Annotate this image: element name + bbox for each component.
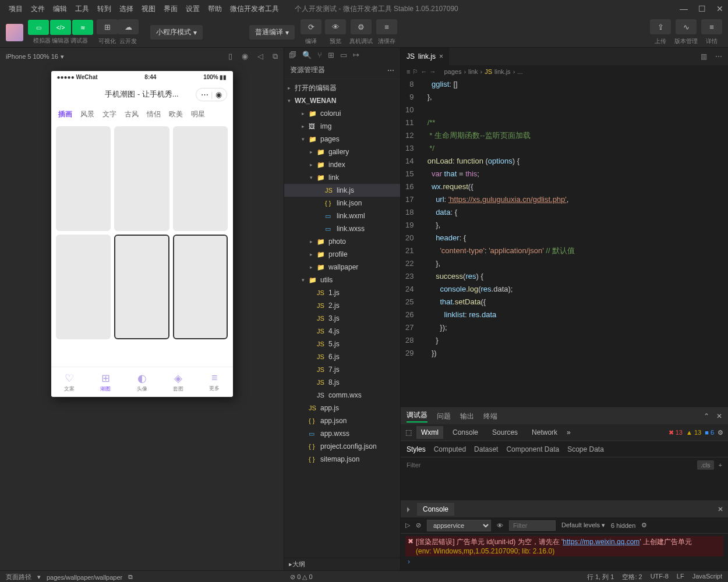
nav-item[interactable]: ◈套图 <box>160 367 196 397</box>
wallpaper-thumb[interactable] <box>56 235 111 339</box>
search-icon[interactable]: 🔍 <box>302 51 312 59</box>
tree-item[interactable]: JS6.js <box>284 350 400 363</box>
filter-input[interactable] <box>407 462 697 469</box>
back-icon[interactable]: ← <box>420 68 427 75</box>
tree-item[interactable]: ▸📁photo <box>284 235 400 248</box>
console-title[interactable]: Console <box>417 503 454 516</box>
tree-item[interactable]: ▾📁utils <box>284 274 400 286</box>
visual-button[interactable]: ⊞ <box>97 19 118 34</box>
wallpaper-thumb[interactable] <box>56 126 111 231</box>
wxml-tab[interactable]: Wxml <box>416 426 443 439</box>
gear-icon[interactable]: ⚙ <box>641 521 647 529</box>
ban-icon[interactable]: ⊘ <box>416 521 421 529</box>
tree-item[interactable]: JS7.js <box>284 363 400 376</box>
menu-item[interactable]: 文件 <box>27 5 49 13</box>
sources-tab[interactable]: Sources <box>487 426 522 439</box>
nav-item[interactable]: ⊞潮图 <box>87 367 123 397</box>
close-icon[interactable]: ✕ <box>716 4 723 13</box>
menu-item[interactable]: 设置 <box>182 5 204 13</box>
chevron-icon[interactable]: ⏵ <box>405 505 412 513</box>
wallpaper-thumb[interactable] <box>173 235 228 339</box>
device-info[interactable]: iPhone 5 100% 16 <box>6 53 58 60</box>
component-data-tab[interactable]: Component Data <box>506 445 559 453</box>
avatar[interactable] <box>6 24 23 41</box>
tree-item[interactable]: JSlink.js <box>284 184 400 197</box>
category-tab[interactable]: 古风 <box>125 109 139 119</box>
editor-tab[interactable]: JS link.js × <box>401 48 449 65</box>
error-badge[interactable]: ✖ 13 <box>669 429 683 436</box>
category-tab[interactable]: 风景 <box>80 109 94 119</box>
tree-item[interactable]: ▸📁wallpaper <box>284 261 400 274</box>
tree-project[interactable]: ▾WX_WENAN <box>284 94 400 107</box>
category-tab[interactable]: 欧美 <box>169 109 183 119</box>
gear-icon[interactable]: ⚙ <box>718 429 723 436</box>
debugger-tab[interactable]: 调试器 <box>407 410 427 423</box>
page-path-label[interactable]: 页面路径 <box>6 573 31 581</box>
chevron-down-icon[interactable]: ▾ <box>61 53 64 61</box>
branch-icon[interactable]: ⑂ <box>317 51 322 59</box>
arrow-icon[interactable]: ↦ <box>353 51 359 59</box>
clear-cache-button[interactable]: ≡ <box>376 19 397 34</box>
close-tab-icon[interactable]: × <box>439 52 443 61</box>
problems-tab[interactable]: 问题 <box>437 411 451 421</box>
compile-button[interactable]: ⟳ <box>301 19 321 34</box>
maximize-icon[interactable]: ☐ <box>698 4 706 13</box>
debugger-button[interactable]: ≋ <box>72 20 93 35</box>
tree-item[interactable]: ▭app.wxss <box>284 427 400 440</box>
info-badge[interactable]: ■ 6 <box>705 429 714 436</box>
tree-item[interactable]: ▭link.wxml <box>284 210 400 222</box>
simulator-button[interactable]: ▭ <box>28 20 49 35</box>
split-editor-icon[interactable]: ▥ <box>701 52 707 61</box>
eye-icon[interactable]: 👁 <box>497 522 503 529</box>
breadcrumb[interactable]: ≡ ⚐ ← → pages › link › JS link.js › ... <box>401 65 728 78</box>
cloud-dev-button[interactable]: ☁ <box>118 19 139 34</box>
menu-item[interactable]: 界面 <box>160 5 182 13</box>
tree-item[interactable]: JS8.js <box>284 376 400 389</box>
network-tab[interactable]: Network <box>527 426 562 439</box>
status-item[interactable]: JavaScript <box>692 573 722 581</box>
tree-item[interactable]: ▭link.wxss <box>284 222 400 235</box>
bookmark-icon[interactable]: ⚐ <box>412 68 418 76</box>
tree-item[interactable]: ▸📁colorui <box>284 107 400 120</box>
tree-item[interactable]: ▾📁link <box>284 171 400 184</box>
category-tab[interactable]: 插画 <box>58 109 72 119</box>
more-tabs-icon[interactable]: » <box>567 428 571 436</box>
menu-item[interactable]: 工具 <box>71 5 93 13</box>
version-button[interactable]: ∿ <box>676 19 697 34</box>
menu-item[interactable]: 编辑 <box>49 5 71 13</box>
file-tree[interactable]: ▸打开的编辑器 ▾WX_WENAN ▸📁colorui▸🖼img▾📁pages▸… <box>284 79 400 558</box>
capsule[interactable]: ⋯ | ◉ <box>196 88 227 101</box>
menu-item[interactable]: 转到 <box>93 5 115 13</box>
console-link[interactable]: https://mp.weixin.qq.com <box>563 538 639 546</box>
hidden-count[interactable]: 6 hidden <box>611 522 635 529</box>
tree-item[interactable]: { }link.json <box>284 197 400 210</box>
grid-icon[interactable]: ⊞ <box>328 51 334 59</box>
menu-item[interactable]: 项目 <box>5 5 27 13</box>
styles-tab[interactable]: Styles <box>407 445 426 453</box>
scope-data-tab[interactable]: Scope Data <box>567 445 604 453</box>
menu-item[interactable]: 视图 <box>137 5 160 13</box>
tree-item[interactable]: { }app.json <box>284 414 400 427</box>
phone-simulator[interactable]: ●●●●● WeChat 8:44 100% ▮▮ 手机潮图 - 让手机秀...… <box>51 71 233 397</box>
console-output[interactable]: ✖[渲染层错误] 广告单元 id(unit-id) 为空，请先在 'https:… <box>401 534 728 570</box>
tree-section[interactable]: ▸打开的编辑器 <box>284 81 400 94</box>
tree-item[interactable]: ▸📁profile <box>284 248 400 261</box>
tree-item[interactable]: JS4.js <box>284 325 400 338</box>
tree-item[interactable]: JS2.js <box>284 299 400 312</box>
wallpaper-thumb[interactable] <box>114 126 169 231</box>
page-path[interactable]: pages/wallpaper/wallpaper <box>47 574 122 581</box>
tree-item[interactable]: JS3.js <box>284 312 400 325</box>
computed-tab[interactable]: Computed <box>434 445 466 453</box>
console-prompt[interactable]: › <box>405 556 723 567</box>
wallpaper-thumb[interactable] <box>114 235 169 339</box>
tree-item[interactable]: ▸📁gallery <box>284 146 400 158</box>
status-item[interactable]: LF <box>677 573 684 581</box>
chevron-up-icon[interactable]: ⌃ <box>704 412 709 420</box>
code-editor[interactable]: 8910111213141516171819202122232425262728… <box>401 78 728 407</box>
category-tab[interactable]: 明星 <box>191 109 205 119</box>
play-icon[interactable]: ▷ <box>405 521 410 529</box>
menu-item[interactable]: 微信开发者工具 <box>226 5 283 13</box>
output-tab[interactable]: 输出 <box>460 411 474 421</box>
status-item[interactable]: UTF-8 <box>651 573 669 581</box>
list-icon[interactable]: ≡ <box>407 68 410 75</box>
